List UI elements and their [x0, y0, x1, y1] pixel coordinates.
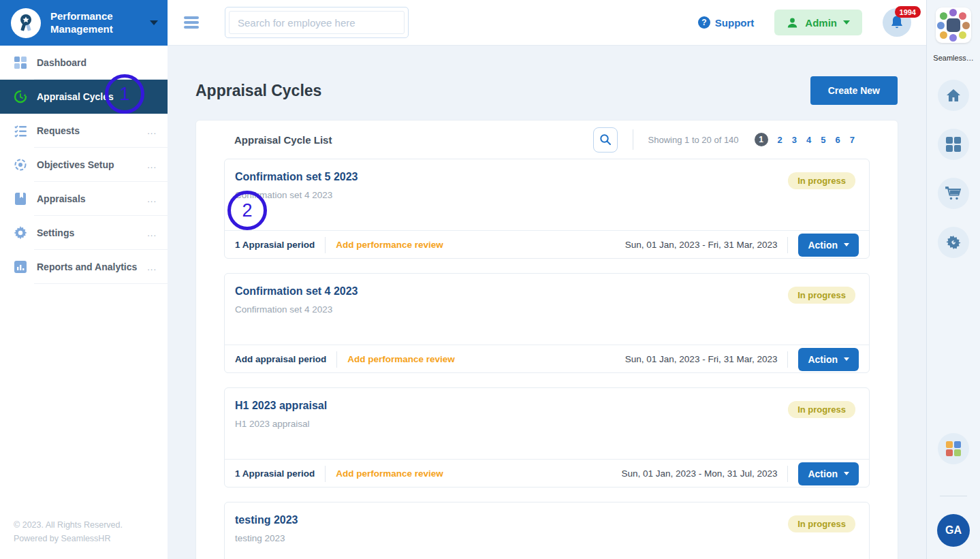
more-icon: ... [147, 126, 157, 136]
sidebar-item-appraisals[interactable]: Appraisals ... [0, 182, 168, 216]
showing-range-label: Showing 1 to 20 of 140 [648, 135, 739, 145]
sidebar-item-settings[interactable]: Settings ... [0, 216, 168, 250]
page-number-5[interactable]: 5 [821, 135, 825, 145]
checklist-icon [12, 124, 29, 138]
appraisal-cycle-card: testing 2023 testing 2023 In progress [224, 502, 870, 559]
action-button[interactable]: Action [798, 462, 859, 485]
question-icon: ? [698, 16, 710, 29]
divider [940, 496, 967, 496]
main-content: Appraisal Cycles Create New Appraisal Cy… [168, 46, 926, 559]
more-icon: ... [147, 228, 157, 238]
add-performance-review-link[interactable]: Add performance review [336, 240, 443, 250]
hamburger-menu-icon[interactable] [184, 14, 199, 31]
divider [325, 466, 326, 482]
cycle-date-range: Sun, 01 Jan, 2023 - Fri, 31 Mar, 2023 [625, 354, 778, 364]
appraisal-period-link[interactable]: 1 Apprasial period [235, 468, 315, 479]
seamless-logo-icon[interactable] [936, 7, 971, 43]
extension-brand-label: Seamless… [933, 54, 973, 62]
cycle-title[interactable]: Confirmation set 5 2023 [235, 171, 855, 183]
marketplace-button[interactable] [938, 178, 969, 209]
dashboard-icon [12, 56, 29, 69]
copyright-line: © 2023. All Rights Reserved. [14, 519, 123, 532]
action-label: Action [808, 468, 838, 479]
list-search-button[interactable] [593, 127, 618, 153]
sidebar-item-label: Objectives Setup [37, 159, 147, 170]
collapse-sidebar-icon[interactable] [150, 20, 158, 25]
status-badge: In progress [788, 172, 855, 189]
sidebar-item-label: Reports and Analytics [37, 261, 147, 272]
sidebar-item-label: Appraisal Cycles [37, 91, 168, 102]
divider [336, 351, 337, 368]
more-icon: ... [147, 262, 157, 272]
powered-by-line: Powered by SeamlessHR [14, 532, 123, 545]
action-button[interactable]: Action [798, 234, 859, 257]
sidebar-item-label: Settings [37, 227, 147, 238]
sidebar-item-objectives-setup[interactable]: Objectives Setup ... [0, 148, 168, 182]
sidebar-item-appraisal-cycles[interactable]: Appraisal Cycles [0, 80, 168, 114]
chevron-down-icon [844, 472, 849, 475]
add-performance-review-link[interactable]: Add performance review [336, 468, 443, 479]
left-sidebar: Performance Management Dashboard Apprais… [0, 0, 168, 559]
divider [787, 466, 788, 482]
pagination: 1 2 3 4 5 6 7 [750, 133, 859, 146]
copyright-footer: © 2023. All Rights Reserved. Powered by … [14, 519, 123, 545]
divider [633, 129, 633, 150]
sidebar-item-dashboard[interactable]: Dashboard [0, 46, 168, 80]
book-icon [12, 192, 29, 206]
cycle-title[interactable]: testing 2023 [235, 514, 855, 526]
app-title: Performance Management [50, 10, 147, 36]
cycle-subtitle: testing 2023 [235, 533, 855, 543]
appraisal-cycle-card: Confirmation set 5 2023 Confirmation set… [224, 159, 870, 259]
status-badge: In progress [788, 401, 855, 418]
add-appraisal-period-link[interactable]: Add appraisal period [235, 354, 326, 364]
target-icon [12, 158, 29, 172]
profile-avatar[interactable]: GA [937, 514, 970, 547]
page-number-6[interactable]: 6 [836, 135, 840, 145]
cycle-clock-icon [12, 90, 29, 103]
sidebar-item-reports-analytics[interactable]: Reports and Analytics ... [0, 250, 168, 284]
settings-button[interactable] [938, 227, 969, 258]
admin-menu-button[interactable]: Admin [774, 10, 862, 35]
page-number-1[interactable]: 1 [755, 133, 768, 146]
sidebar-item-requests[interactable]: Requests ... [0, 114, 168, 148]
divider [325, 237, 326, 253]
appraisal-cycle-card: H1 2023 appraisal H1 2023 appraisal In p… [224, 387, 870, 488]
sidebar-item-label: Appraisals [37, 193, 147, 204]
employee-search-input[interactable] [229, 11, 405, 34]
divider [787, 237, 788, 253]
page-number-7[interactable]: 7 [850, 135, 855, 145]
support-link[interactable]: ? Support [698, 16, 755, 29]
cycle-title[interactable]: Confirmation set 4 2023 [235, 285, 855, 298]
status-badge: In progress [788, 287, 855, 304]
home-button[interactable] [938, 80, 969, 111]
app-header: Performance Management [0, 0, 168, 46]
admin-label: Admin [805, 17, 837, 29]
appraisal-cycle-card: Confirmation set 4 2023 Confirmation set… [224, 273, 870, 373]
add-performance-review-link[interactable]: Add performance review [347, 354, 455, 364]
sidebar-item-label: Dashboard [37, 57, 168, 68]
status-badge: In progress [788, 515, 855, 532]
bar-chart-icon [12, 260, 29, 274]
cycle-subtitle: Confirmation set 4 2023 [235, 304, 855, 315]
cycle-subtitle: H1 2023 appraisal [235, 419, 855, 429]
list-title: Appraisal Cycle List [234, 134, 332, 146]
action-button[interactable]: Action [798, 348, 859, 371]
cycle-subtitle: Confirmation set 4 2023 [235, 190, 855, 200]
person-icon [787, 17, 798, 29]
page-number-4[interactable]: 4 [806, 135, 811, 145]
appraisal-period-link[interactable]: 1 Apprasial period [235, 240, 315, 250]
extensions-button[interactable] [938, 433, 969, 464]
search-icon [599, 133, 612, 146]
chevron-down-icon [844, 357, 849, 361]
grid-icon [946, 137, 961, 152]
apps-button[interactable] [938, 129, 969, 160]
page-number-3[interactable]: 3 [792, 135, 797, 145]
more-icon: ... [147, 160, 157, 170]
browser-extension-rail: Seamless… GA [926, 0, 980, 559]
top-bar: ? Support Admin 1994 [168, 0, 926, 46]
cycle-date-range: Sun, 01 Jan, 2023 - Mon, 31 Jul, 2023 [622, 468, 778, 479]
colored-grid-icon [946, 441, 961, 456]
page-number-2[interactable]: 2 [778, 135, 783, 145]
cycle-title[interactable]: H1 2023 appraisal [235, 400, 855, 412]
create-new-button[interactable]: Create New [810, 76, 898, 105]
